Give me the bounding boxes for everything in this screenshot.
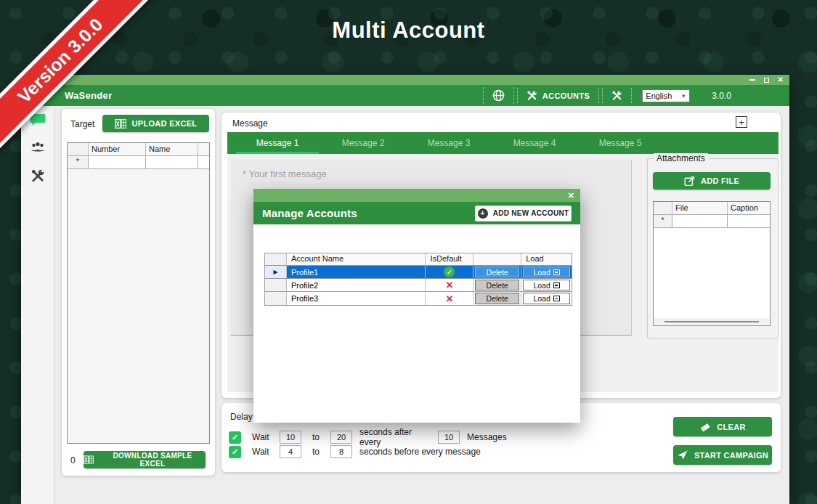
start-campaign-label: START CAMPAIGN: [694, 451, 768, 460]
row-selector-arrow-icon: ▶: [265, 266, 287, 278]
download-sample-label: DOWNLOAD SAMPLE EXCEL: [99, 452, 206, 468]
not-default-cross-icon: ✕: [445, 293, 453, 304]
every-count-input[interactable]: [438, 431, 460, 444]
paper-plane-icon: [677, 450, 688, 460]
check-icon: ✓: [232, 433, 238, 442]
scrollbar-thumb[interactable]: [664, 321, 759, 322]
tab-message-2[interactable]: Message 2: [320, 132, 406, 154]
column-file[interactable]: File: [672, 202, 728, 214]
horizontal-scrollbar[interactable]: [654, 318, 769, 325]
manage-accounts-dialog: ✕ Manage Accounts + ADD NEW ACCOUNT Acco…: [253, 189, 580, 423]
sidebar: [21, 106, 54, 504]
load-account-button[interactable]: Load: [523, 293, 570, 304]
accounts-label: ACCOUNTS: [542, 92, 590, 100]
table-row[interactable]: *: [654, 215, 770, 228]
target-title: Target: [70, 119, 94, 129]
to-label: to: [309, 432, 323, 442]
add-file-button[interactable]: ADD FILE: [653, 172, 771, 190]
delete-account-button[interactable]: Delete: [475, 280, 519, 290]
delay-after-checkbox[interactable]: ✓: [229, 431, 241, 444]
attachments-table-header: File Caption: [654, 202, 770, 215]
account-row-profile2[interactable]: Profile2 ✕ Delete Load: [265, 279, 572, 292]
upload-excel-button[interactable]: UPLOAD EXCEL: [102, 115, 209, 132]
delay-before-checkbox[interactable]: ✓: [229, 446, 241, 458]
to-label: to: [309, 447, 323, 457]
load-window-icon: [553, 269, 560, 275]
table-row[interactable]: *: [68, 156, 209, 169]
delete-account-button[interactable]: Delete: [475, 267, 519, 277]
column-load[interactable]: Load: [521, 253, 572, 265]
tab-message-4[interactable]: Message 4: [492, 132, 577, 154]
dialog-title: Manage Accounts: [262, 207, 357, 219]
upload-excel-label: UPLOAD EXCEL: [132, 119, 198, 128]
column-caption[interactable]: Caption: [728, 202, 769, 214]
account-name: Profile2: [287, 279, 426, 291]
not-default-cross-icon: ✕: [445, 280, 453, 290]
version-label: 3.0.0: [712, 91, 731, 101]
default-check-icon: ✓: [444, 267, 455, 277]
load-window-icon: [553, 296, 560, 301]
web-button[interactable]: [483, 87, 514, 104]
sidebar-item-tools[interactable]: [31, 168, 45, 183]
message-tabbar: Message 1 Message 2 Message 3 Message 4 …: [227, 132, 779, 154]
attachments-table[interactable]: File Caption *: [653, 201, 771, 326]
globe-icon: [492, 89, 505, 102]
settings-button[interactable]: [602, 88, 632, 103]
target-panel: Target UPLOAD EXCEL Number Name *: [62, 109, 215, 476]
wait-from-input[interactable]: [280, 445, 301, 458]
account-row-profile1[interactable]: ▶ Profile1 ✓ Delete Load: [265, 266, 572, 279]
accounts-table-header: Account Name IsDefault Load: [265, 253, 572, 266]
close-icon[interactable]: ✕: [568, 191, 574, 200]
account-name: Profile1: [287, 266, 426, 278]
tab-message-5[interactable]: Message 5: [577, 132, 663, 154]
plus-icon: +: [478, 208, 488, 219]
target-table-header: Number Name: [68, 143, 209, 156]
delete-account-button[interactable]: Delete: [475, 293, 519, 304]
dialog-titlebar: ✕: [253, 189, 580, 202]
chevron-down-icon: ▾: [678, 92, 689, 99]
accounts-button[interactable]: ACCOUNTS: [517, 88, 600, 103]
download-sample-button[interactable]: DOWNLOAD SAMPLE EXCEL: [84, 451, 206, 468]
language-value: English: [643, 92, 678, 100]
tools-icon: [527, 90, 537, 101]
add-message-button[interactable]: +: [736, 116, 747, 128]
add-new-account-button[interactable]: + ADD NEW ACCOUNT: [475, 206, 572, 221]
before-every-label: seconds before every message: [359, 447, 481, 457]
dialog-header: Manage Accounts + ADD NEW ACCOUNT: [253, 202, 580, 224]
app-window: ✕ WaSender ACCOUNTS English: [21, 75, 789, 504]
wait-to-input[interactable]: [330, 431, 352, 444]
message-placeholder: * Your first message: [243, 168, 327, 179]
maximize-icon[interactable]: [764, 78, 769, 83]
wait-label: Wait: [252, 432, 280, 442]
column-number[interactable]: Number: [89, 143, 146, 155]
delay-row-before: ✓ Wait to seconds before every message: [229, 445, 481, 458]
column-isdefault[interactable]: IsDefault: [426, 253, 473, 265]
wait-to-input[interactable]: [330, 445, 352, 458]
after-every-label: seconds after every: [359, 427, 432, 447]
load-account-button[interactable]: Load: [523, 267, 570, 277]
target-table[interactable]: Number Name *: [67, 142, 210, 444]
start-campaign-button[interactable]: START CAMPAIGN: [673, 445, 772, 465]
minimize-icon[interactable]: [749, 79, 755, 81]
excel-icon: [115, 119, 126, 129]
account-name: Profile3: [287, 292, 426, 305]
attachments-title: Attachments: [654, 153, 708, 163]
tab-message-1[interactable]: Message 1: [235, 132, 320, 154]
clear-label: CLEAR: [717, 423, 745, 431]
new-row-marker: *: [654, 215, 672, 227]
close-icon[interactable]: ✕: [778, 76, 784, 84]
column-account-name[interactable]: Account Name: [287, 253, 426, 265]
load-account-button[interactable]: Load: [523, 280, 570, 290]
tab-message-3[interactable]: Message 3: [406, 132, 492, 154]
column-name[interactable]: Name: [146, 143, 198, 155]
messages-label: Messages: [467, 432, 507, 442]
wait-from-input[interactable]: [280, 431, 301, 444]
sidebar-item-contacts[interactable]: [30, 141, 46, 154]
clear-button[interactable]: CLEAR: [673, 417, 772, 436]
message-title: Message: [232, 118, 268, 129]
account-row-profile3[interactable]: Profile3 ✕ Delete Load: [265, 292, 572, 305]
app-toolbar: WaSender ACCOUNTS English ▾: [21, 85, 789, 106]
language-select[interactable]: English ▾: [642, 89, 690, 102]
add-new-account-label: ADD NEW ACCOUNT: [493, 209, 569, 217]
check-icon: ✓: [232, 447, 238, 457]
